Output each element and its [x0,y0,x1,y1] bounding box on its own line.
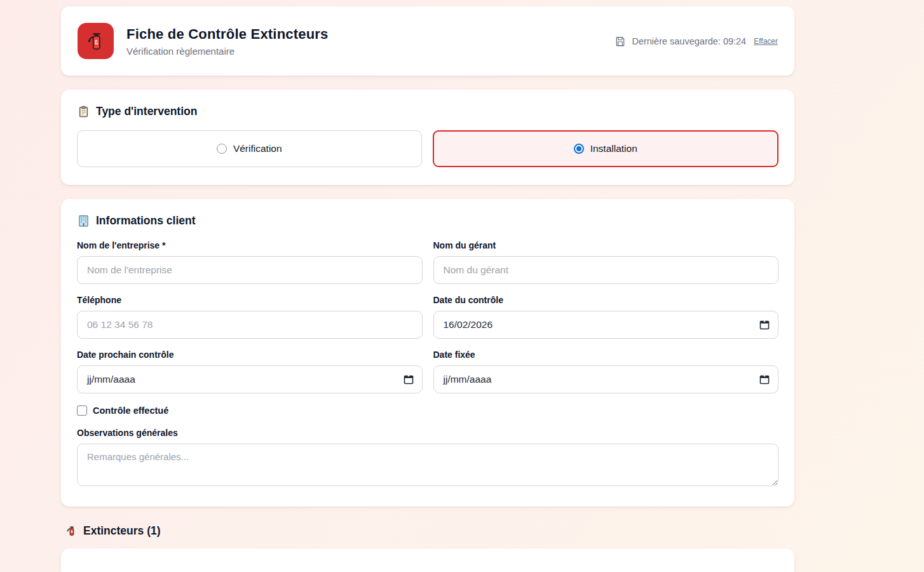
page-subtitle: Vérification règlementaire [126,46,329,57]
extinguishers-heading-text: Extincteurs (1) [83,524,161,538]
next-control-date-input[interactable]: jj/mm/aaaa [77,365,423,393]
control-done-checkbox[interactable] [77,405,87,416]
next-control-label: Date prochain contrôle [77,350,423,360]
field-control-date: Date du contrôle 16/02/2026 [433,295,779,339]
field-company: Nom de l'entreprise * [77,240,423,284]
phone-input[interactable] [77,311,423,339]
field-next-control-date: Date prochain contrôle jj/mm/aaaa [77,350,423,393]
extinguisher-card [61,548,794,572]
control-date-value: 16/02/2026 [444,319,493,330]
control-done-label: Contrôle effectué [93,405,168,416]
calendar-icon[interactable] [759,374,770,385]
observations-label: Observations générales [77,428,778,438]
extinguishers-heading: Extincteurs (1) [65,524,794,538]
calendar-icon[interactable] [759,320,770,330]
building-icon [77,214,90,228]
option-installation-label: Installation [590,143,637,154]
header-card: Fiche de Contrôle Extincteurs Vérificati… [61,6,794,76]
option-installation[interactable]: Installation [433,130,779,167]
intervention-heading-text: Type d'intervention [96,105,197,118]
option-verification-label: Vérification [233,143,282,154]
calendar-icon[interactable] [404,374,414,385]
client-section: Informations client Nom de l'entreprise … [61,199,794,507]
extinguisher-app-icon [78,23,114,59]
fire-extinguisher-icon [85,31,107,52]
page-title: Fiche de Contrôle Extincteurs [126,26,329,43]
radio-unchecked-icon[interactable] [217,144,227,154]
company-input[interactable] [77,256,423,284]
manager-input[interactable] [433,256,779,284]
field-phone: Téléphone [77,295,423,339]
phone-label: Téléphone [77,295,423,305]
fixed-date-input[interactable]: jj/mm/aaaa [433,365,779,393]
field-fixed-date: Date fixée jj/mm/aaaa [433,350,779,393]
last-save-text: Dernière sauvegarde: 09:24 [632,36,746,46]
fixed-date-value: jj/mm/aaaa [444,374,492,385]
field-manager: Nom du gérant [433,240,779,284]
intervention-section: Type d'intervention Vérification Install… [61,90,794,185]
company-label: Nom de l'entreprise * [77,240,423,250]
fixed-date-label: Date fixée [433,350,779,360]
intervention-heading: Type d'intervention [77,105,778,118]
next-control-date-value: jj/mm/aaaa [87,374,135,385]
header-save-status: Dernière sauvegarde: 09:24 Effacer [615,36,778,47]
observations-textarea[interactable] [77,444,778,486]
save-icon [615,36,626,47]
manager-label: Nom du gérant [433,240,779,250]
header-left: Fiche de Contrôle Extincteurs Vérificati… [78,23,329,59]
client-heading-text: Informations client [96,214,196,228]
header-text: Fiche de Contrôle Extincteurs Vérificati… [126,26,329,57]
page: Fiche de Contrôle Extincteurs Vérificati… [61,0,794,572]
fire-extinguisher-icon [65,525,78,537]
client-form-grid: Nom de l'entreprise * Nom du gérant Télé… [77,240,778,393]
intervention-options: Vérification Installation [77,130,778,167]
client-heading: Informations client [77,214,778,228]
clear-link[interactable]: Effacer [754,37,778,46]
option-verification[interactable]: Vérification [77,130,422,167]
control-done-row: Contrôle effectué [77,405,778,416]
clipboard-icon [77,105,90,118]
control-date-label: Date du contrôle [433,295,779,305]
control-date-input[interactable]: 16/02/2026 [433,311,779,339]
radio-checked-icon[interactable] [574,144,584,154]
